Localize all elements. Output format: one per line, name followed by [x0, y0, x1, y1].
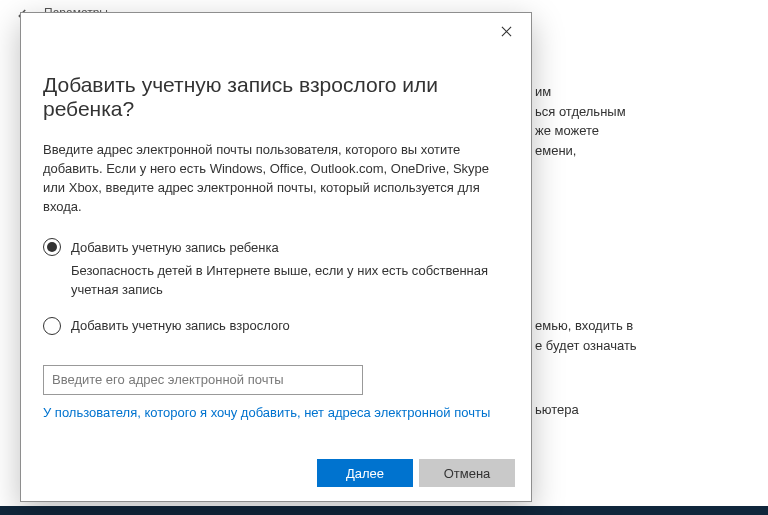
add-account-dialog: Добавить учетную запись взрослого или ре…	[20, 12, 532, 502]
email-input[interactable]	[43, 365, 363, 395]
dialog-title: Добавить учетную запись взрослого или ре…	[43, 73, 509, 121]
radio-add-child[interactable]: Добавить учетную запись ребенка	[43, 238, 509, 256]
radio-child-description: Безопасность детей в Интернете выше, есл…	[71, 262, 509, 298]
radio-icon	[43, 238, 61, 256]
taskbar[interactable]	[0, 506, 768, 515]
no-email-link[interactable]: У пользователя, которого я хочу добавить…	[43, 405, 490, 420]
next-button[interactable]: Далее	[317, 459, 413, 487]
radio-adult-label: Добавить учетную запись взрослого	[71, 318, 290, 333]
background-text-fragment: им ься отдельным же можете емени,	[535, 82, 755, 160]
background-text-fragment: ьютера	[535, 400, 755, 420]
cancel-button[interactable]: Отмена	[419, 459, 515, 487]
dialog-description: Введите адрес электронной почты пользова…	[43, 141, 509, 216]
dialog-close-button[interactable]	[491, 19, 521, 43]
radio-child-label: Добавить учетную запись ребенка	[71, 240, 279, 255]
close-icon	[501, 26, 512, 37]
background-text-fragment: емью, входить в е будет означать	[535, 316, 755, 355]
radio-icon	[43, 317, 61, 335]
radio-add-adult[interactable]: Добавить учетную запись взрослого	[43, 317, 509, 335]
